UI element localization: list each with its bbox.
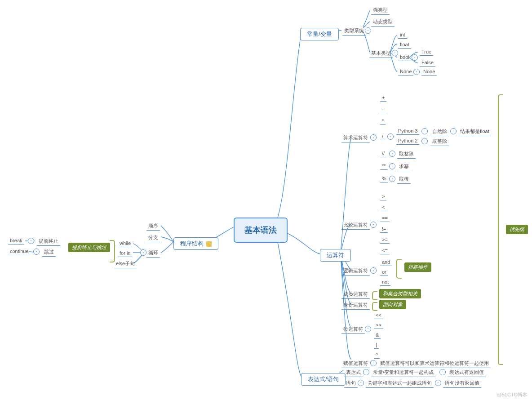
node-arith[interactable]: 算术运算符	[341, 134, 370, 142]
node-program-structure[interactable]: 程序结构	[173, 237, 218, 250]
node-logic[interactable]: 逻辑运算符	[341, 267, 370, 276]
node-forin[interactable]: for in	[118, 250, 132, 257]
node-plus[interactable]: +	[380, 94, 386, 102]
toggle-icon[interactable]: -	[370, 267, 377, 274]
node-minus[interactable]: -	[380, 106, 386, 113]
node-break[interactable]: break	[8, 237, 24, 244]
toggle-icon[interactable]: -	[450, 128, 457, 134]
node-const-var[interactable]: 常量/变量	[300, 28, 339, 40]
node-operators[interactable]: 运算符	[320, 249, 351, 262]
node-shl[interactable]: <<	[374, 312, 383, 319]
node-bxor[interactable]: ^	[374, 351, 380, 359]
node-break-note[interactable]: 提前终止	[37, 237, 60, 246]
toggle-icon[interactable]: -	[412, 54, 418, 61]
node-while[interactable]: while	[118, 240, 133, 247]
node-dynamic-type[interactable]: 动态类型	[371, 18, 395, 27]
node-stmt-ret[interactable]: 语句没有返回值	[443, 379, 481, 388]
node-mul[interactable]: *	[380, 118, 386, 125]
node-not[interactable]: not	[380, 279, 390, 286]
node-gt[interactable]: >	[380, 193, 386, 200]
toggle-icon[interactable]: -	[387, 133, 394, 140]
toggle-icon[interactable]: -	[421, 138, 428, 144]
node-int[interactable]: int	[398, 31, 407, 39]
note-icon	[206, 241, 212, 247]
node-py3[interactable]: Python 3	[396, 128, 419, 135]
toggle-icon[interactable]: -	[365, 326, 371, 332]
node-pow-r[interactable]: 求幂	[397, 163, 411, 171]
toggle-icon[interactable]: -	[370, 360, 377, 366]
node-py2-floor[interactable]: 取整除	[430, 138, 449, 146]
node-stmt[interactable]: 语句	[344, 379, 358, 388]
toggle-icon[interactable]: -	[140, 249, 146, 256]
node-member[interactable]: 成员运算符	[341, 290, 370, 299]
node-true[interactable]: True	[420, 49, 433, 56]
node-continue-note[interactable]: 跳过	[42, 248, 56, 257]
node-stmt-make[interactable]: 关键字和表达式一起组成语句	[366, 379, 434, 388]
node-bit[interactable]: 位运算符	[341, 325, 365, 334]
node-float-result[interactable]: 结果都是float	[458, 128, 491, 136]
toggle-icon[interactable]: -	[413, 69, 420, 75]
node-band[interactable]: &	[374, 332, 381, 339]
node-expr-ret[interactable]: 表达式有返回值	[448, 369, 486, 377]
node-continue[interactable]: continue	[8, 248, 31, 255]
node-assign[interactable]: 赋值运算符	[341, 360, 370, 368]
root-label: 基本语法	[244, 226, 277, 235]
node-natural-div[interactable]: 自然除	[430, 128, 449, 136]
node-seq[interactable]: 顺序	[146, 222, 160, 231]
toggle-icon[interactable]: -	[370, 222, 377, 228]
node-float[interactable]: float	[398, 41, 411, 49]
toggle-icon[interactable]: -	[435, 380, 441, 386]
node-bor[interactable]: |	[374, 342, 379, 349]
node-floordiv-r[interactable]: 取整除	[397, 150, 416, 159]
node-floordiv[interactable]: //	[380, 150, 386, 157]
tag-member-note[interactable]: 和集合类型相关	[379, 289, 421, 298]
node-expr-stmt[interactable]: 表达式/语句	[301, 373, 346, 386]
node-lt[interactable]: <	[380, 204, 386, 211]
toggle-icon[interactable]: -	[358, 380, 364, 386]
toggle-icon[interactable]: -	[421, 128, 428, 134]
node-elsec[interactable]: else子句	[114, 260, 137, 268]
node-mod[interactable]: %	[380, 175, 388, 182]
node-eq[interactable]: ==	[380, 215, 390, 222]
node-pow[interactable]: **	[380, 163, 388, 170]
node-cmp[interactable]: 比较运算符	[341, 221, 370, 230]
tag-ident-note[interactable]: 面向对象	[379, 300, 406, 309]
node-false[interactable]: False	[420, 59, 435, 67]
node-expr[interactable]: 表达式	[344, 369, 363, 377]
label: 程序结构	[180, 240, 204, 247]
toggle-icon[interactable]: -	[389, 151, 395, 157]
tag-priority[interactable]: 优先级	[506, 225, 528, 234]
toggle-icon[interactable]: -	[389, 176, 395, 182]
node-or[interactable]: or	[380, 269, 388, 276]
node-basic-type[interactable]: 基本类型	[369, 49, 393, 58]
node-mod-r[interactable]: 取模	[397, 175, 411, 184]
toggle-icon[interactable]: -	[365, 27, 371, 34]
node-branch[interactable]: 分支	[146, 234, 160, 242]
node-ident[interactable]: 身份运算符	[341, 301, 370, 310]
node-py2[interactable]: Python 2	[396, 138, 419, 145]
node-le[interactable]: <=	[380, 247, 390, 254]
node-bool[interactable]: bool	[398, 54, 411, 61]
node-none-2[interactable]: None	[421, 68, 437, 76]
node-expr-make[interactable]: 常量/变量和运算符一起构成	[371, 369, 435, 377]
node-strong-type[interactable]: 强类型	[371, 6, 390, 15]
node-ge[interactable]: >=	[380, 236, 390, 244]
toggle-icon[interactable]: -	[363, 369, 369, 375]
toggle-icon[interactable]: -	[370, 134, 377, 141]
root-node[interactable]: 基本语法	[234, 218, 288, 243]
toggle-icon[interactable]: -	[28, 238, 34, 244]
node-shr[interactable]: >>	[374, 322, 383, 329]
toggle-icon[interactable]: -	[439, 369, 446, 375]
tag-short-circuit[interactable]: 短路操作	[404, 262, 431, 272]
node-assign-note[interactable]: 赋值运算符可以和算术运算符和位运算符一起使用	[378, 360, 491, 368]
tag-early-exit[interactable]: 提前终止与跳过	[68, 243, 110, 252]
node-div[interactable]: /	[380, 133, 385, 140]
toggle-icon[interactable]: -	[392, 50, 398, 56]
toggle-icon[interactable]: -	[33, 249, 40, 255]
node-ne[interactable]: !=	[380, 226, 388, 233]
node-loop[interactable]: 循环	[146, 249, 160, 258]
toggle-icon[interactable]: -	[389, 163, 395, 169]
node-and[interactable]: and	[380, 259, 392, 266]
node-none[interactable]: None	[398, 68, 413, 76]
node-type-system[interactable]: 类型系统	[342, 27, 366, 36]
